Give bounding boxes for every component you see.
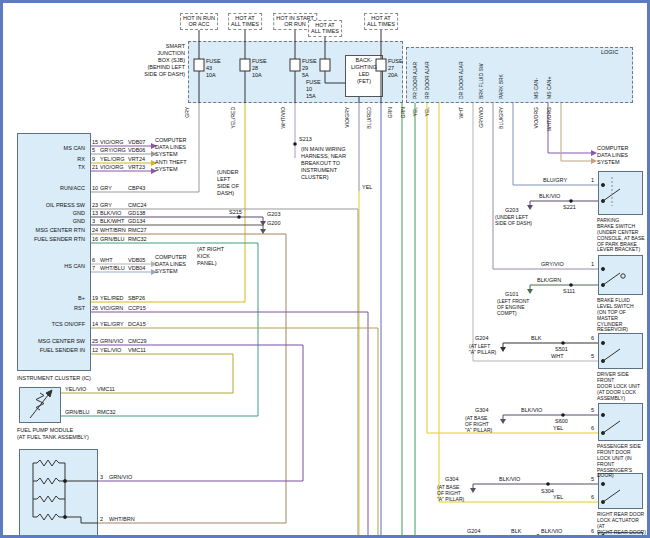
wire-label: BLK/VIO: [100, 210, 121, 217]
wire-color-label: GRN: [387, 107, 394, 137]
power-feed-label: HOT AT ALL TIMES: [228, 13, 262, 30]
ground-label: G304: [475, 407, 488, 414]
cluster-pin-name: MSG CENTER SW: [19, 338, 85, 345]
component-title: PASSENGER SIDE FRONT DOOR LOCK UNIT (IN …: [597, 444, 647, 479]
wire-color-label: WHT/VIO: [280, 107, 287, 137]
right-ground-wires: [473, 201, 598, 538]
wire-color-label: GRN: [400, 107, 407, 137]
cluster-pin-name: RUN/ACC: [19, 185, 85, 192]
system-ref: ANTI THEFT SYSTEM: [155, 159, 187, 173]
pin-number: 6: [591, 528, 594, 535]
power-feed-label: HOT AT ALL TIMES: [364, 13, 398, 30]
wire-label: WHT/BLU: [100, 265, 125, 272]
circuit-label: DCA15: [128, 321, 146, 328]
wire-label: GRN/BLU: [100, 236, 124, 243]
wire-label: YEL/RED: [100, 295, 124, 302]
sjb-input-label: PARK BRK: [498, 55, 505, 99]
circuit-label: VRT23: [128, 164, 145, 171]
fuel-sender-symbol: [30, 390, 52, 418]
wire-label: BLU/GRY: [543, 177, 567, 184]
right-ground-icons: [470, 205, 533, 538]
component-title: PARKING BRAKE SWITCH (UNDER CENTER CONSO…: [597, 218, 645, 253]
fuse-amps: 15A: [306, 93, 316, 100]
pin-number: 10: [92, 185, 98, 192]
ground-label: G203: [267, 211, 280, 218]
circuit-label: RMC32: [128, 236, 147, 243]
cluster-pin-name: B+: [19, 295, 85, 302]
circuit-label: CCP15: [128, 305, 146, 312]
wire-label: YEL: [553, 425, 563, 432]
ground-label: G204: [475, 335, 488, 342]
wire-label: YEL/ORG: [100, 156, 124, 163]
sjb-input-label: DR DOOR AJAR: [458, 55, 465, 99]
fuse-label: FUSE 43: [206, 58, 221, 72]
ground-location-note: (LEFT FRONT OF ENGINE COMPT): [497, 299, 529, 317]
wire-label: VIO/ORG: [100, 164, 124, 171]
circuit-label: RMC32: [97, 409, 116, 416]
pin-number: 1: [591, 261, 594, 268]
wire-color-label: BLU/RED: [366, 107, 373, 137]
pin-number: 26: [92, 305, 98, 312]
cluster-pin-name: FUEL SENDER IN: [19, 347, 85, 354]
wire-color-label: WHT/ORG: [546, 107, 553, 137]
fuse-amps: 20A: [388, 72, 398, 79]
component-title: RIGHT REAR DOOR LOCK ACTUATOR (AT RIGHT …: [597, 512, 647, 536]
sjb-title: SMART JUNCTION BOX (SJB) (BEHIND LEFT SI…: [135, 43, 185, 77]
wire-color-label: YEL: [412, 107, 419, 137]
wire-label: GRN/VIO: [109, 474, 132, 481]
circuit-label: GD134: [128, 218, 145, 225]
component-title: FUEL PUMP MODULE (AT FUEL TANK ASSEMBLY): [17, 427, 89, 441]
pin-number: 3: [92, 218, 95, 225]
sjb-input-label: RR DOOR AJAR: [424, 55, 431, 99]
sjb-input-label: MS CAN+: [546, 55, 553, 99]
pin-number: 24: [92, 227, 98, 234]
splice-label: S304: [541, 488, 554, 495]
component-title: DRIVER SIDE FRONT DOOR LOCK UNIT (AT DOO…: [597, 372, 647, 401]
wire-label: WHT: [100, 257, 113, 264]
cluster-pin-name: GND: [19, 210, 85, 217]
circuit-label: VMC11: [128, 347, 146, 354]
cluster-pin-name: TCS ON/OFF: [19, 321, 85, 328]
circuit-label: RMC27: [128, 227, 147, 234]
circuit-label: VDB07: [128, 139, 145, 146]
wire-label: GRY/VIO: [541, 261, 564, 268]
wire-color-label: VIO/GRY: [344, 107, 351, 137]
ground-label: G101: [505, 291, 518, 298]
wire-label: YEL: [362, 184, 372, 191]
wire-label: YEL: [553, 494, 563, 501]
cluster-pin-name: TX: [19, 164, 85, 171]
pin-number: 6: [591, 494, 594, 501]
fuse-label: FUSE 27: [388, 58, 403, 72]
splice-label: S221: [563, 204, 576, 211]
ground-location-note: (AT LEFT "A" PILLAR): [469, 344, 496, 356]
cluster-title: INSTRUMENT CLUSTER (IC): [17, 375, 91, 382]
circuit-label: VRT24: [128, 156, 145, 163]
wire-color-label: YEL/RED: [230, 107, 237, 137]
ground-location-note: (AT BASE OF RIGHT "A" PILLAR): [465, 416, 492, 434]
pin-number: 2: [100, 516, 103, 523]
wire-label: BLK: [511, 528, 521, 535]
resistor-ladder-symbol: [33, 460, 98, 523]
sjb-input-label: BRK FLUID SW: [478, 55, 485, 99]
wire-label: BLK/VIO: [521, 407, 542, 414]
wire-label: BLK/WHT: [100, 218, 124, 225]
circuit-label: VMC11: [97, 386, 115, 393]
backlighting-led-label: BACK- LIGHTING LED (FET): [346, 57, 382, 85]
wire-label: BLK/VIO: [499, 476, 520, 483]
pin-number: 13: [92, 210, 98, 217]
circuit-label: CMC29: [128, 338, 147, 345]
pin-number: 5: [92, 147, 95, 154]
circuit-label: VDB04: [128, 265, 145, 272]
wire-color-label: BLU/GRY: [498, 107, 505, 137]
wire-label: GRN/BLU: [65, 409, 89, 416]
wire-color-label: VIO/ORG: [533, 107, 540, 137]
pin-number: 21: [92, 164, 98, 171]
ground-location-note: (AT BASE OF RIGHT "A" PILLAR): [437, 485, 464, 503]
wire-label: VIO/GRN: [100, 305, 123, 312]
fuse-amps: 5A: [302, 72, 309, 79]
location-note: (AT RIGHT KICK PANEL): [197, 246, 224, 267]
pin-number: 9: [92, 156, 95, 163]
fuse-amps: 10A: [206, 72, 216, 79]
circuit-label: VDB06: [128, 147, 145, 154]
pin-number: 15: [92, 139, 98, 146]
